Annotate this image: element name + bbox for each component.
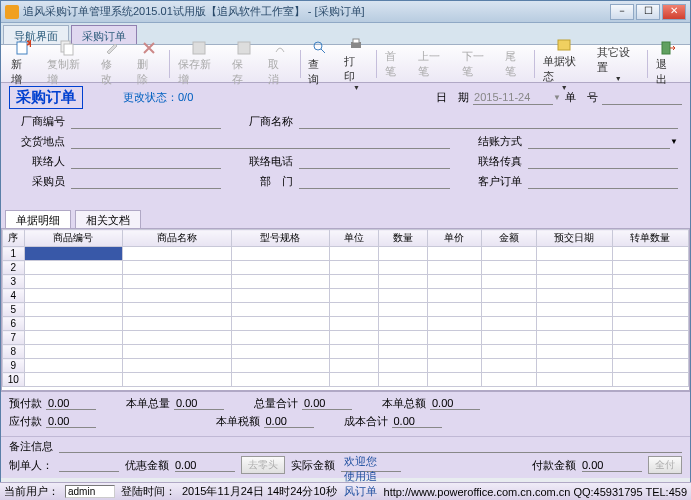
grid-cell[interactable] — [536, 359, 612, 373]
grid-cell[interactable] — [612, 373, 688, 387]
save-button[interactable]: 保 存 — [226, 38, 262, 89]
delhead-button[interactable]: 去零头 — [241, 456, 285, 474]
grid-cell[interactable] — [329, 331, 378, 345]
fax-field[interactable] — [528, 153, 678, 169]
grid-cell[interactable] — [427, 331, 481, 345]
grid-cell[interactable] — [482, 359, 536, 373]
grid-cell[interactable] — [329, 373, 378, 387]
grid-cell[interactable] — [231, 345, 329, 359]
grid-cell[interactable] — [378, 359, 427, 373]
buyer-field[interactable] — [71, 173, 221, 189]
grid-cell[interactable] — [612, 261, 688, 275]
grid-cell[interactable] — [122, 261, 231, 275]
grid-cell[interactable] — [24, 303, 122, 317]
maker-field[interactable] — [59, 459, 119, 472]
grid-cell[interactable] — [536, 289, 612, 303]
grid-cell[interactable] — [427, 275, 481, 289]
grid-cell[interactable] — [612, 275, 688, 289]
new-button[interactable]: ✱新 增 — [5, 38, 41, 89]
grid-cell[interactable] — [24, 247, 122, 261]
grid-cell[interactable] — [122, 303, 231, 317]
delete-button[interactable]: 删 除 — [131, 38, 167, 89]
no-field[interactable] — [602, 90, 682, 105]
grid-cell[interactable] — [536, 247, 612, 261]
contact-field[interactable] — [71, 153, 221, 169]
grid-cell[interactable] — [329, 275, 378, 289]
grid-cell[interactable] — [427, 359, 481, 373]
minimize-button[interactable]: － — [610, 4, 634, 20]
grid-header[interactable]: 转单数量 — [612, 230, 688, 247]
tab-docs[interactable]: 相关文档 — [75, 210, 141, 228]
grid-cell[interactable] — [427, 303, 481, 317]
grid-cell[interactable] — [231, 303, 329, 317]
disc-field[interactable] — [175, 459, 235, 472]
grid-cell[interactable] — [378, 373, 427, 387]
grid-cell[interactable] — [536, 331, 612, 345]
cancel-button[interactable]: 取 消 — [262, 38, 298, 89]
grid-cell[interactable] — [482, 289, 536, 303]
vendor-no-field[interactable] — [71, 113, 221, 129]
grid-cell[interactable] — [329, 359, 378, 373]
tel-field[interactable] — [299, 153, 449, 169]
table-row[interactable]: 9 — [3, 359, 689, 373]
vendor-name-field[interactable] — [299, 113, 678, 129]
cust-ord-field[interactable] — [528, 173, 678, 189]
grid-cell[interactable] — [536, 317, 612, 331]
state-button[interactable]: 单据状态▼ — [537, 35, 591, 93]
first-button[interactable]: 首笔 — [379, 47, 412, 81]
grid-cell[interactable] — [24, 289, 122, 303]
grid-cell[interactable] — [482, 331, 536, 345]
grid-cell[interactable] — [612, 345, 688, 359]
grid-cell[interactable] — [378, 345, 427, 359]
grid-cell[interactable] — [536, 373, 612, 387]
grid-cell[interactable] — [482, 247, 536, 261]
table-row[interactable]: 6 — [3, 317, 689, 331]
table-row[interactable]: 7 — [3, 331, 689, 345]
prev-button[interactable]: 上一笔 — [412, 47, 455, 81]
grid-cell[interactable] — [427, 289, 481, 303]
grid-cell[interactable] — [24, 331, 122, 345]
table-row[interactable]: 2 — [3, 261, 689, 275]
grid-cell[interactable] — [231, 317, 329, 331]
grid-cell[interactable] — [482, 275, 536, 289]
query-button[interactable]: 查 询 — [302, 38, 338, 89]
grid-cell[interactable] — [536, 261, 612, 275]
print-button[interactable]: 打 印▼ — [338, 35, 374, 93]
grid-cell[interactable] — [612, 317, 688, 331]
grid-cell[interactable] — [24, 275, 122, 289]
grid-cell[interactable] — [612, 247, 688, 261]
grid-cell[interactable] — [231, 331, 329, 345]
grid-cell[interactable] — [122, 289, 231, 303]
grid-cell[interactable] — [122, 317, 231, 331]
grid-cell[interactable] — [329, 303, 378, 317]
grid-cell[interactable] — [378, 275, 427, 289]
grid-cell[interactable] — [231, 359, 329, 373]
grid-cell[interactable] — [231, 289, 329, 303]
grid-cell[interactable] — [482, 261, 536, 275]
grid-cell[interactable] — [122, 247, 231, 261]
grid-header[interactable]: 商品编号 — [24, 230, 122, 247]
table-row[interactable]: 5 — [3, 303, 689, 317]
date-field[interactable] — [473, 90, 553, 105]
grid-cell[interactable] — [329, 345, 378, 359]
grid-cell[interactable] — [231, 275, 329, 289]
grid-cell[interactable] — [329, 289, 378, 303]
grid-cell[interactable] — [427, 317, 481, 331]
pay-method-dropdown-icon[interactable]: ▼ — [670, 137, 678, 146]
grid-cell[interactable] — [378, 317, 427, 331]
other-button[interactable]: 其它设置▼ — [591, 43, 645, 84]
table-row[interactable]: 1 — [3, 247, 689, 261]
grid-cell[interactable] — [427, 345, 481, 359]
grid-cell[interactable] — [24, 373, 122, 387]
grid-cell[interactable] — [231, 261, 329, 275]
grid-cell[interactable] — [231, 373, 329, 387]
grid-header[interactable]: 单位 — [329, 230, 378, 247]
grid-cell[interactable] — [612, 289, 688, 303]
copy-new-button[interactable]: 复制新增 — [41, 38, 95, 89]
table-row[interactable]: 8 — [3, 345, 689, 359]
exit-button[interactable]: 退 出 — [650, 38, 686, 89]
table-row[interactable]: 10 — [3, 373, 689, 387]
grid-cell[interactable] — [536, 303, 612, 317]
addr-field[interactable] — [71, 133, 450, 149]
grid-cell[interactable] — [24, 345, 122, 359]
